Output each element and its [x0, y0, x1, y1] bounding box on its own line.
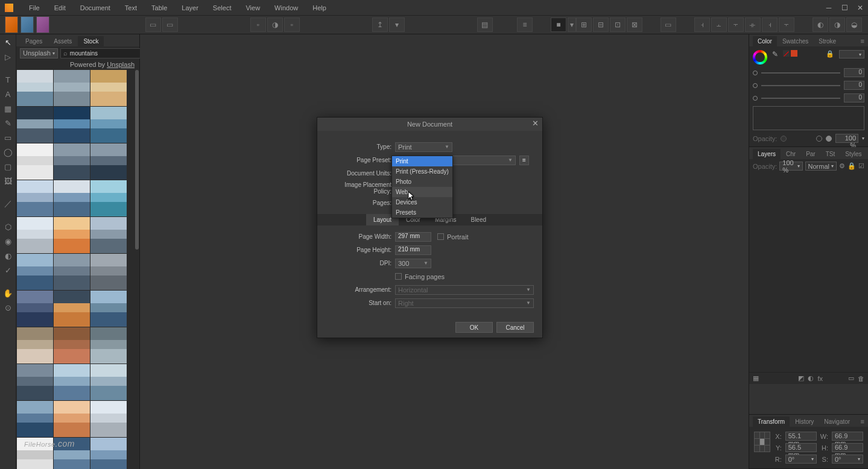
lock-icon[interactable]: 🔒: [826, 50, 834, 58]
transform-y-field[interactable]: 56.5 mm: [785, 443, 817, 452]
type-option-print[interactable]: Print: [392, 156, 452, 166]
stock-thumbnail[interactable]: [90, 217, 127, 253]
rounded-rect-tool-icon[interactable]: ▢: [2, 161, 13, 172]
pen-tool-icon[interactable]: ✎: [2, 118, 13, 128]
tab-text-styles[interactable]: TSt: [821, 149, 840, 159]
toolbar-button[interactable]: ▤: [477, 17, 493, 32]
menu-text[interactable]: Text: [118, 2, 144, 14]
tab-assets[interactable]: Assets: [48, 36, 77, 46]
ellipse-tool-icon[interactable]: ◯: [2, 146, 13, 157]
stock-thumbnail[interactable]: [54, 70, 90, 106]
tab-character[interactable]: Chr: [781, 149, 800, 159]
tab-navigator[interactable]: Navigator: [819, 417, 855, 427]
menu-edit[interactable]: Edit: [47, 2, 73, 14]
fx-layer-icon[interactable]: fx: [817, 375, 823, 382]
stock-thumbnail[interactable]: [90, 438, 127, 469]
type-option-presets[interactable]: Presets: [392, 207, 452, 218]
layer-edit-all-icon[interactable]: ▦: [753, 374, 759, 382]
toolbar-dropdown[interactable]: ▾: [568, 17, 576, 32]
tab-layers[interactable]: Layers: [753, 149, 781, 159]
stock-search-input[interactable]: [70, 50, 147, 57]
color-wheel[interactable]: [753, 50, 767, 65]
fill-swatch[interactable]: [783, 50, 790, 57]
toolbar-button[interactable]: ▭: [145, 17, 161, 32]
toolbar-button[interactable]: ≡: [517, 17, 533, 32]
blend-mode-dropdown[interactable]: Normal▾: [805, 162, 837, 171]
align-button[interactable]: ⫞: [762, 17, 778, 32]
stock-thumbnail[interactable]: [17, 291, 53, 327]
dialog-close-button[interactable]: ✕: [530, 119, 540, 128]
preset-menu-button[interactable]: ≡: [519, 156, 529, 165]
page-height-field[interactable]: 210 mm: [395, 245, 431, 255]
menu-window[interactable]: Window: [267, 2, 305, 14]
layer-lock-icon[interactable]: 🔒: [847, 162, 856, 170]
stock-thumbnail[interactable]: [54, 143, 90, 180]
toolbar-button[interactable]: ↥: [372, 17, 388, 32]
toolbar-button[interactable]: ◒: [846, 17, 862, 32]
stock-thumbnail[interactable]: [17, 254, 53, 290]
menu-table[interactable]: Table: [144, 2, 174, 14]
add-layer-icon[interactable]: ▭: [848, 374, 854, 382]
toolbar-button[interactable]: ◑: [267, 17, 283, 32]
delete-layer-icon[interactable]: 🗑: [858, 375, 864, 382]
start-on-dropdown[interactable]: Right▼: [395, 298, 534, 308]
toolbar-button[interactable]: ▭: [162, 17, 178, 32]
tab-color[interactable]: Color: [753, 36, 777, 46]
facing-pages-checkbox[interactable]: [395, 273, 402, 280]
page-width-field[interactable]: 297 mm: [395, 232, 431, 242]
align-button[interactable]: ⫟: [779, 17, 794, 32]
artistic-text-tool-icon[interactable]: A: [2, 89, 13, 99]
type-dropdown[interactable]: Print▼: [395, 142, 452, 152]
line-tool-icon[interactable]: ／: [2, 198, 13, 209]
slider-track[interactable]: [761, 85, 840, 86]
stock-thumbnail[interactable]: [90, 180, 127, 216]
anchor-grid[interactable]: [754, 432, 770, 452]
stock-thumbnail[interactable]: [90, 401, 127, 437]
mask-layer-icon[interactable]: ◩: [798, 374, 804, 382]
stock-thumbnail[interactable]: [54, 107, 90, 143]
table-tool-icon[interactable]: ▦: [2, 103, 13, 114]
cancel-button[interactable]: Cancel: [496, 322, 534, 333]
panel-menu-icon[interactable]: ≡: [857, 36, 868, 46]
tab-styles[interactable]: Styles: [840, 149, 866, 159]
menu-file[interactable]: File: [22, 2, 47, 14]
ok-button[interactable]: OK: [455, 322, 493, 333]
slider-track[interactable]: [761, 72, 840, 74]
stock-thumbnail[interactable]: [54, 217, 90, 253]
toolbar-button[interactable]: ◐: [813, 17, 828, 32]
slider-value[interactable]: 0: [844, 68, 864, 77]
align-button[interactable]: ⫠: [711, 17, 727, 32]
transform-s-field[interactable]: 0°▾: [832, 455, 863, 464]
slider-value[interactable]: 0: [844, 93, 864, 102]
stock-thumbnail[interactable]: [17, 70, 53, 106]
toolbar-button[interactable]: ⊞: [576, 17, 592, 32]
color-picker-tool-icon[interactable]: ✓: [2, 265, 13, 275]
slider-knob[interactable]: [753, 83, 758, 88]
view-tool-icon[interactable]: ✋: [2, 288, 13, 298]
stock-thumbnail[interactable]: [54, 291, 90, 327]
tab-paragraph[interactable]: Par: [801, 149, 820, 159]
stock-thumbnail[interactable]: [17, 217, 53, 253]
stock-thumbnail[interactable]: [90, 70, 127, 106]
toolbar-button[interactable]: ▭: [661, 17, 676, 32]
minimize-button[interactable]: ─: [821, 0, 837, 16]
slider-knob[interactable]: [753, 96, 758, 101]
stock-thumbnail[interactable]: [17, 180, 53, 216]
stock-thumbnail[interactable]: [54, 327, 90, 364]
fill-tool-icon[interactable]: ◉: [2, 236, 13, 247]
layer-list[interactable]: [749, 173, 868, 372]
rectangle-tool-icon[interactable]: ▭: [2, 132, 13, 143]
layer-visibility-icon[interactable]: ☑: [858, 162, 864, 170]
menu-view[interactable]: View: [238, 2, 267, 14]
zoom-tool-icon[interactable]: ⊙: [2, 302, 13, 313]
align-button[interactable]: ⟛: [745, 17, 761, 32]
align-button[interactable]: ⫞: [694, 17, 710, 32]
app-switch-photo-icon[interactable]: [36, 16, 49, 33]
toolbar-color-swatch[interactable]: ■: [551, 17, 566, 32]
toolbar-button[interactable]: ⊟: [593, 17, 609, 32]
menu-layer[interactable]: Layer: [174, 2, 206, 14]
toolbar-button[interactable]: ▫: [250, 17, 266, 32]
toolbar-button[interactable]: ⊡: [610, 17, 626, 32]
transform-x-field[interactable]: 55.1 mm: [785, 432, 817, 441]
align-button[interactable]: ⫟: [728, 17, 744, 32]
